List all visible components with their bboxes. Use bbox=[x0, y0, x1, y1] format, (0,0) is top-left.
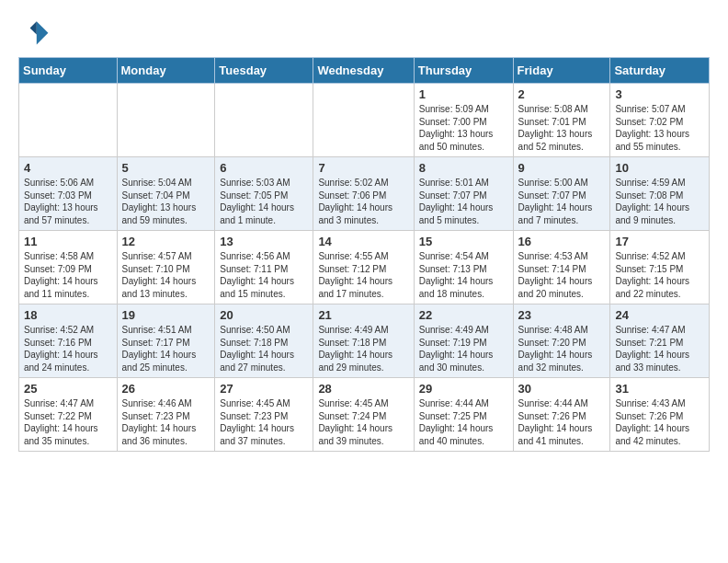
sunset-text: Sunset: 7:03 PM bbox=[24, 190, 112, 202]
calendar-cell: 1Sunrise: 5:09 AMSunset: 7:00 PMDaylight… bbox=[414, 84, 513, 157]
weekday-header-monday: Monday bbox=[117, 58, 215, 84]
cell-content: Sunrise: 5:00 AMSunset: 7:07 PMDaylight:… bbox=[518, 177, 606, 226]
calendar-cell: 18Sunrise: 4:52 AMSunset: 7:16 PMDayligh… bbox=[19, 304, 118, 378]
calendar-cell: 4Sunrise: 5:06 AMSunset: 7:03 PMDaylight… bbox=[19, 157, 118, 231]
calendar-cell: 25Sunrise: 4:47 AMSunset: 7:22 PMDayligh… bbox=[19, 378, 118, 452]
day-number: 1 bbox=[419, 87, 508, 101]
cell-content: Sunrise: 4:57 AMSunset: 7:10 PMDaylight:… bbox=[122, 250, 210, 300]
sunset-text: Sunset: 7:15 PM bbox=[615, 263, 704, 276]
daylight-text: Daylight: 14 hours and 1 minute. bbox=[220, 201, 308, 226]
calendar-cell: 31Sunrise: 4:43 AMSunset: 7:26 PMDayligh… bbox=[610, 378, 710, 452]
sunrise-text: Sunrise: 5:00 AM bbox=[518, 177, 606, 190]
daylight-text: Daylight: 14 hours and 25 minutes. bbox=[122, 349, 210, 373]
calendar-cell: 26Sunrise: 4:46 AMSunset: 7:23 PMDayligh… bbox=[117, 378, 215, 452]
day-number: 18 bbox=[24, 308, 112, 322]
sunrise-text: Sunrise: 4:45 AM bbox=[220, 397, 308, 410]
sunset-text: Sunset: 7:10 PM bbox=[122, 263, 210, 276]
sunrise-text: Sunrise: 5:07 AM bbox=[615, 103, 704, 116]
sunrise-text: Sunrise: 5:08 AM bbox=[518, 103, 606, 116]
day-number: 10 bbox=[615, 161, 704, 175]
day-number: 13 bbox=[220, 235, 308, 248]
sunset-text: Sunset: 7:23 PM bbox=[220, 410, 308, 423]
calendar-cell bbox=[19, 84, 118, 157]
daylight-text: Daylight: 14 hours and 3 minutes. bbox=[318, 201, 408, 226]
calendar-cell: 27Sunrise: 4:45 AMSunset: 7:23 PMDayligh… bbox=[215, 378, 313, 452]
svg-marker-1 bbox=[30, 21, 37, 34]
cell-content: Sunrise: 4:49 AMSunset: 7:18 PMDaylight:… bbox=[318, 324, 408, 373]
sunrise-text: Sunrise: 4:44 AM bbox=[518, 397, 606, 410]
sunrise-text: Sunrise: 4:50 AM bbox=[220, 324, 308, 337]
sunrise-text: Sunrise: 4:59 AM bbox=[615, 177, 704, 190]
svg-marker-0 bbox=[37, 21, 49, 44]
sunset-text: Sunset: 7:24 PM bbox=[318, 410, 408, 423]
day-number: 30 bbox=[518, 382, 606, 396]
sunrise-text: Sunrise: 5:09 AM bbox=[419, 103, 508, 116]
day-number: 3 bbox=[615, 87, 704, 101]
day-number: 17 bbox=[615, 235, 704, 248]
cell-content: Sunrise: 4:45 AMSunset: 7:23 PMDaylight:… bbox=[220, 397, 308, 447]
sunrise-text: Sunrise: 5:02 AM bbox=[318, 177, 408, 190]
sunset-text: Sunset: 7:18 PM bbox=[318, 337, 408, 350]
daylight-text: Daylight: 13 hours and 52 minutes. bbox=[518, 128, 606, 153]
weekday-header-sunday: Sunday bbox=[19, 58, 118, 84]
calendar-cell: 8Sunrise: 5:01 AMSunset: 7:07 PMDaylight… bbox=[414, 157, 513, 231]
sunset-text: Sunset: 7:07 PM bbox=[518, 190, 606, 202]
weekday-header-wednesday: Wednesday bbox=[313, 58, 414, 84]
cell-content: Sunrise: 4:52 AMSunset: 7:16 PMDaylight:… bbox=[24, 324, 112, 373]
day-number: 14 bbox=[318, 235, 408, 248]
daylight-text: Daylight: 14 hours and 29 minutes. bbox=[318, 349, 408, 373]
calendar-cell: 17Sunrise: 4:52 AMSunset: 7:15 PMDayligh… bbox=[610, 231, 710, 304]
sunset-text: Sunset: 7:00 PM bbox=[419, 116, 508, 129]
day-number: 22 bbox=[419, 308, 508, 322]
calendar-cell: 29Sunrise: 4:44 AMSunset: 7:25 PMDayligh… bbox=[414, 378, 513, 452]
cell-content: Sunrise: 4:58 AMSunset: 7:09 PMDaylight:… bbox=[24, 250, 112, 300]
weekday-header-thursday: Thursday bbox=[414, 58, 513, 84]
calendar-cell: 11Sunrise: 4:58 AMSunset: 7:09 PMDayligh… bbox=[19, 231, 118, 304]
calendar-cell: 3Sunrise: 5:07 AMSunset: 7:02 PMDaylight… bbox=[610, 84, 710, 157]
daylight-text: Daylight: 14 hours and 33 minutes. bbox=[615, 349, 704, 373]
sunset-text: Sunset: 7:17 PM bbox=[122, 337, 210, 350]
daylight-text: Daylight: 14 hours and 32 minutes. bbox=[518, 349, 606, 373]
daylight-text: Daylight: 14 hours and 40 minutes. bbox=[419, 422, 508, 447]
calendar-cell: 30Sunrise: 4:44 AMSunset: 7:26 PMDayligh… bbox=[513, 378, 610, 452]
cell-content: Sunrise: 4:50 AMSunset: 7:18 PMDaylight:… bbox=[220, 324, 308, 373]
day-number: 23 bbox=[518, 308, 606, 322]
calendar-cell: 2Sunrise: 5:08 AMSunset: 7:01 PMDaylight… bbox=[513, 84, 610, 157]
day-number: 8 bbox=[419, 161, 508, 175]
cell-content: Sunrise: 4:48 AMSunset: 7:20 PMDaylight:… bbox=[518, 324, 606, 373]
sunrise-text: Sunrise: 5:01 AM bbox=[419, 177, 508, 190]
calendar-cell: 22Sunrise: 4:49 AMSunset: 7:19 PMDayligh… bbox=[414, 304, 513, 378]
sunset-text: Sunset: 7:06 PM bbox=[318, 190, 408, 202]
day-number: 25 bbox=[24, 382, 112, 396]
calendar-cell bbox=[117, 84, 215, 157]
daylight-text: Daylight: 13 hours and 50 minutes. bbox=[419, 128, 508, 153]
cell-content: Sunrise: 4:47 AMSunset: 7:21 PMDaylight:… bbox=[615, 324, 704, 373]
cell-content: Sunrise: 4:43 AMSunset: 7:26 PMDaylight:… bbox=[615, 397, 704, 447]
day-number: 29 bbox=[419, 382, 508, 396]
sunrise-text: Sunrise: 4:43 AM bbox=[615, 397, 704, 410]
calendar-cell: 6Sunrise: 5:03 AMSunset: 7:05 PMDaylight… bbox=[215, 157, 313, 231]
sunset-text: Sunset: 7:20 PM bbox=[518, 337, 606, 350]
sunrise-text: Sunrise: 4:44 AM bbox=[419, 397, 508, 410]
calendar-cell: 9Sunrise: 5:00 AMSunset: 7:07 PMDaylight… bbox=[513, 157, 610, 231]
sunset-text: Sunset: 7:14 PM bbox=[518, 263, 606, 276]
calendar-week-row: 25Sunrise: 4:47 AMSunset: 7:22 PMDayligh… bbox=[19, 378, 710, 452]
calendar-cell: 21Sunrise: 4:49 AMSunset: 7:18 PMDayligh… bbox=[313, 304, 414, 378]
daylight-text: Daylight: 14 hours and 41 minutes. bbox=[518, 422, 606, 447]
sunrise-text: Sunrise: 4:57 AM bbox=[122, 250, 210, 263]
calendar-cell: 23Sunrise: 4:48 AMSunset: 7:20 PMDayligh… bbox=[513, 304, 610, 378]
daylight-text: Daylight: 14 hours and 18 minutes. bbox=[419, 275, 508, 300]
sunset-text: Sunset: 7:12 PM bbox=[318, 263, 408, 276]
header bbox=[18, 15, 710, 48]
calendar-cell: 28Sunrise: 4:45 AMSunset: 7:24 PMDayligh… bbox=[313, 378, 414, 452]
day-number: 12 bbox=[122, 235, 210, 248]
sunrise-text: Sunrise: 4:49 AM bbox=[318, 324, 408, 337]
calendar-cell: 5Sunrise: 5:04 AMSunset: 7:04 PMDaylight… bbox=[117, 157, 215, 231]
cell-content: Sunrise: 4:53 AMSunset: 7:14 PMDaylight:… bbox=[518, 250, 606, 300]
calendar-week-row: 4Sunrise: 5:06 AMSunset: 7:03 PMDaylight… bbox=[19, 157, 710, 231]
calendar-week-row: 11Sunrise: 4:58 AMSunset: 7:09 PMDayligh… bbox=[19, 231, 710, 304]
daylight-text: Daylight: 14 hours and 5 minutes. bbox=[419, 201, 508, 226]
day-number: 2 bbox=[518, 87, 606, 101]
cell-content: Sunrise: 5:06 AMSunset: 7:03 PMDaylight:… bbox=[24, 177, 112, 226]
calendar-cell: 14Sunrise: 4:55 AMSunset: 7:12 PMDayligh… bbox=[313, 231, 414, 304]
